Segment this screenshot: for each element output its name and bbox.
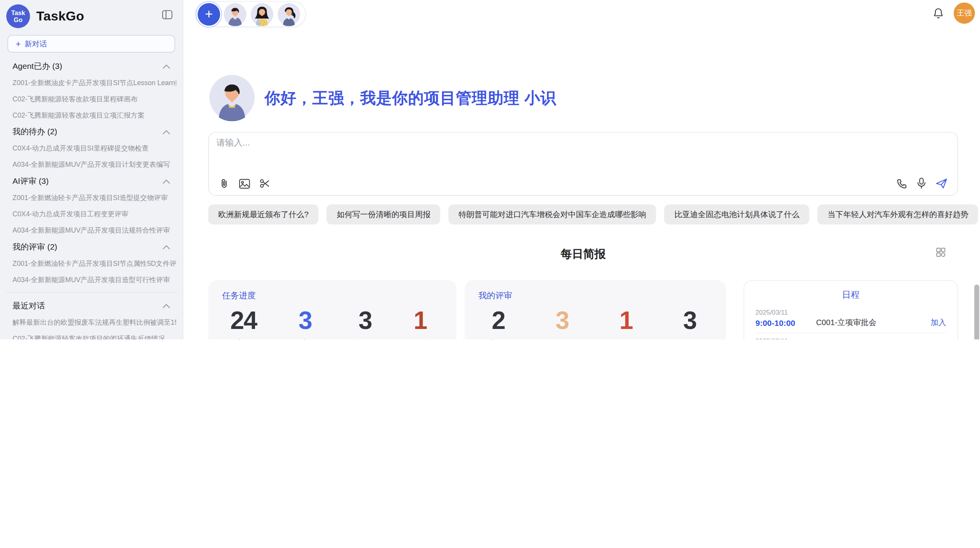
agent-avatar-2[interactable]: [250, 2, 274, 26]
metric-value: 3: [298, 307, 312, 334]
chevron-up-icon: [163, 61, 170, 70]
message-composer: [208, 132, 958, 196]
stat-card-title: 我的评审: [478, 290, 710, 301]
chevron-up-icon: [163, 176, 170, 186]
metric: 3我的待办: [345, 307, 385, 339]
schedule-card: 日程 2025/03/119:00-10:00C001-立项审批会加入2025/…: [744, 280, 958, 339]
microphone-icon[interactable]: [917, 178, 926, 189]
sidebar-section-title: AI评审 (3): [12, 175, 48, 187]
sidebar-section-header[interactable]: 我的评审 (2): [6, 238, 176, 255]
stat-card: 任务进度24新增完成任务3新增AI完成任务3我的待办1已逾期: [208, 280, 456, 339]
metric-label: AI预评审: [548, 338, 576, 339]
metric-label: 我的待办: [351, 338, 379, 339]
event-title: C001-立项审批会: [816, 318, 925, 328]
chevron-up-icon: [163, 127, 170, 136]
daily-brief-title: 每日简报: [208, 247, 958, 262]
suggestion-chip[interactable]: 比亚迪全固态电池计划具体说了什么: [665, 204, 810, 224]
metric-value: 2: [492, 307, 505, 334]
scissors-icon[interactable]: [260, 178, 270, 188]
divider: [6, 292, 176, 293]
metric: 24新增完成任务: [222, 307, 265, 339]
suggestion-chips: 欧洲新规最近颁布了什么?如何写一份清晰的项目周报特朗普可能对进口汽车增税会对中国…: [208, 204, 958, 224]
message-input[interactable]: [215, 136, 903, 171]
metric: 3新增AI完成任务: [280, 307, 330, 339]
stat-metrics: 2进行中3AI预评审1已逾期3待评审: [478, 307, 710, 339]
event-time: 9:00-10:00: [756, 318, 816, 327]
topbar-right: 王强: [933, 2, 975, 24]
greeting-text: 你好，王强，我是你的项目管理助理 小识: [264, 87, 556, 108]
metric-label: 新增完成任务: [222, 338, 265, 339]
metric-label: 待评审: [679, 338, 701, 339]
stat-card-title: 任务进度: [222, 290, 440, 301]
layout-grid-icon[interactable]: [936, 248, 946, 257]
metric: 3AI预评审: [542, 307, 582, 339]
sidebar-item[interactable]: A034-全新新能源MUV产品开发项目造型可行性评审: [6, 271, 176, 288]
greeting: 你好，王强，我是你的项目管理助理 小识: [208, 74, 556, 122]
sidebar-item[interactable]: Z001-全新燃油轻卡产品开发项目SI节点属性5D文件评审: [6, 255, 176, 271]
metric: 3待评审: [670, 307, 709, 339]
sidebar-item[interactable]: C0X4-动力总成开发项目工程变更评审: [6, 206, 176, 222]
metric-value: 3: [358, 307, 372, 334]
phone-icon[interactable]: [897, 178, 907, 188]
sidebar-item[interactable]: A034-全新新能源MUV产品开发项目法规符合性评审: [6, 222, 176, 238]
logo-text-top: Task: [11, 9, 25, 16]
send-icon[interactable]: [935, 178, 947, 188]
metric-label: 已逾期: [615, 338, 637, 339]
sidebar-item[interactable]: Z001-全新燃油皮卡产品开发项目SI节点Lesson Learn报告: [6, 74, 176, 91]
sidebar-item[interactable]: A034-全新新能源MUV产品开发项目计划变更表编写: [6, 156, 176, 173]
notification-bell-icon[interactable]: [933, 7, 944, 19]
sidebar-item[interactable]: 解释最新出台的欧盟报废车法规再生塑料比例被调至15%...: [6, 314, 176, 330]
sidebar-section-header[interactable]: 最近对话: [6, 297, 176, 314]
metric: 1已逾期: [606, 307, 646, 339]
metric-value: 24: [230, 307, 257, 334]
stat-metrics: 24新增完成任务3新增AI完成任务3我的待办1已逾期: [222, 307, 440, 339]
suggestion-chip[interactable]: 如何写一份清晰的项目周报: [327, 204, 440, 224]
attachment-icon[interactable]: [219, 178, 229, 188]
sidebar-collapse-icon[interactable]: [162, 10, 172, 22]
metric: 1已逾期: [400, 307, 440, 339]
schedule-title: 日程: [756, 289, 946, 301]
composer-left-icons: [219, 178, 270, 188]
sidebar-item[interactable]: C02-飞腾新能源轻客改款项目的闭环通告反馈情况: [6, 330, 176, 339]
schedule-event[interactable]: 2025/03/119:00-10:00C001-立项审批会加入: [756, 305, 946, 333]
new-chat-label: 新对话: [24, 38, 47, 49]
image-icon[interactable]: [239, 178, 250, 188]
suggestion-chip[interactable]: 特朗普可能对进口汽车增税会对中国车企造成哪些影响: [449, 204, 656, 224]
sidebar-section-header[interactable]: Agent已办 (3): [6, 58, 176, 75]
metric: 2进行中: [478, 307, 518, 339]
event-date: 2025/03/11: [756, 337, 946, 339]
agent-avatar-1[interactable]: [223, 2, 247, 26]
stat-card: 我的评审2进行中3AI预评审1已逾期3待评审: [464, 280, 726, 339]
sidebar-section-header[interactable]: 我的待办 (2): [6, 123, 176, 140]
composer-right-icons: [897, 178, 947, 189]
app-window: Task Go TaskGo + 新对话 Agent已办 (3)Z001-全新燃…: [0, 0, 980, 339]
sidebar-item[interactable]: C02-飞腾新能源轻客改款项目里程碑画布: [6, 91, 176, 107]
vertical-scrollbar-thumb[interactable]: [974, 284, 979, 339]
schedule-event[interactable]: 2025/03/1113:00-14:30C003|H0B-方案冻结评审加入: [756, 333, 946, 339]
new-chat-button[interactable]: + 新对话: [7, 35, 175, 52]
sidebar-section-title: Agent已办 (3): [12, 60, 62, 72]
agent-switcher: +: [195, 1, 306, 27]
sidebar-section-title: 我的待办 (2): [12, 126, 57, 137]
chevron-up-icon: [163, 301, 170, 310]
app-logo: Task Go: [6, 4, 30, 28]
sidebar-menu: Agent已办 (3)Z001-全新燃油皮卡产品开发项目SI节点Lesson L…: [6, 58, 176, 339]
metric-label: 已逾期: [409, 338, 431, 339]
suggestion-chip[interactable]: 当下年轻人对汽车外观有怎样的喜好趋势: [817, 204, 978, 224]
agent-avatar-3[interactable]: [277, 2, 301, 26]
user-avatar[interactable]: 王强: [954, 2, 975, 24]
join-link[interactable]: 加入: [930, 318, 946, 328]
suggestion-chip[interactable]: 欧洲新规最近颁布了什么?: [208, 204, 319, 224]
metric-label: 新增AI完成任务: [280, 338, 330, 339]
sidebar-section-title: 我的评审 (2): [12, 241, 57, 252]
event-date: 2025/03/11: [756, 308, 946, 316]
sidebar-item[interactable]: C02-飞腾新能源轻客改款项目立项汇报方案: [6, 107, 176, 123]
add-agent-button[interactable]: +: [198, 3, 220, 25]
sidebar-section-header[interactable]: AI评审 (3): [6, 173, 176, 190]
sidebar-item[interactable]: Z001-全新燃油轻卡产品开发项目SI造型提交物评审: [6, 190, 176, 206]
daily-brief-header: 每日简报: [208, 247, 958, 262]
metric-label: 进行中: [488, 338, 509, 339]
event-row: 9:00-10:00C001-立项审批会加入: [756, 318, 946, 328]
schedule-events: 2025/03/119:00-10:00C001-立项审批会加入2025/03/…: [756, 305, 946, 339]
sidebar-item[interactable]: C0X4-动力总成开发项目SI里程碑提交物检查: [6, 140, 176, 156]
